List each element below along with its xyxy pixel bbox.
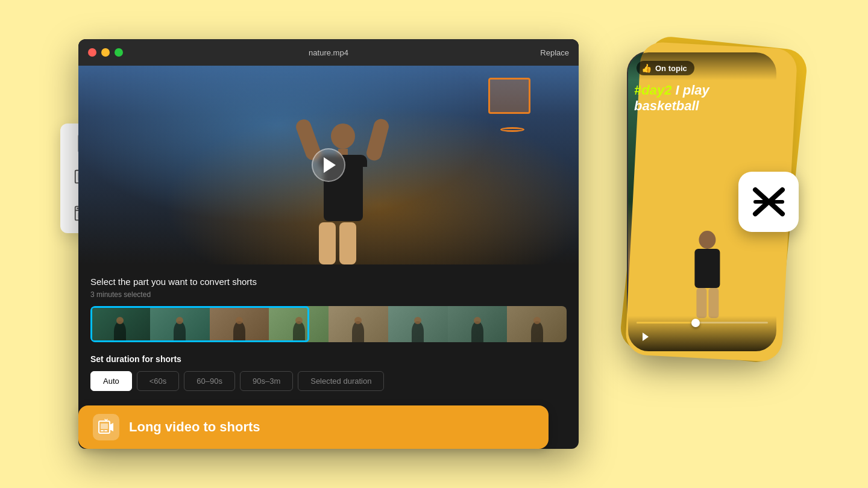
maximize-button[interactable]	[115, 48, 123, 57]
hoop-backboard	[488, 78, 530, 114]
timeline-frame-0	[90, 306, 150, 342]
duration-btn-90s-3m[interactable]: 90s–3m	[240, 371, 293, 391]
timeline-frame-4	[329, 306, 388, 342]
timeline-frame-7	[507, 306, 567, 342]
window-controls	[88, 48, 123, 57]
timeline-frame-1	[150, 306, 210, 342]
svg-rect-18	[101, 430, 104, 431]
mobile-progress-bar[interactable]	[637, 322, 768, 324]
duration-section-title: Set duration for shorts	[90, 354, 567, 364]
capcut-logo	[738, 172, 799, 232]
mobile-progress-thumb	[691, 319, 700, 327]
video-content-area: Select the part you want to convert shor…	[78, 264, 579, 401]
mobile-bottom-controls	[628, 316, 776, 351]
player-head	[331, 124, 355, 149]
timeline-strip[interactable]	[90, 306, 567, 342]
mobile-play-row	[637, 328, 768, 345]
basketball-hoop	[458, 78, 530, 126]
minimize-button[interactable]	[101, 48, 110, 57]
bottom-banner: Long video to shorts	[78, 405, 549, 449]
mobile-player-leg-right	[708, 288, 719, 318]
capcut-icon	[749, 183, 788, 222]
mobile-player-torso	[694, 249, 720, 288]
shorts-section-subtitle: 3 minutes selected	[90, 290, 567, 299]
duration-btn-selected[interactable]: Selected duration	[298, 371, 384, 391]
thumbs-up-icon: 👍	[641, 63, 652, 73]
window-titlebar: nature.mp4 Replace	[78, 39, 579, 66]
duration-btn-auto[interactable]: Auto	[90, 371, 132, 391]
mobile-overlay-top: 👍 On topic	[628, 52, 776, 80]
main-container: ✓ ✓	[42, 27, 826, 461]
video-area	[78, 66, 579, 264]
timeline-frame-5	[388, 306, 448, 342]
banner-text: Long video to shorts	[129, 419, 260, 435]
desktop-window: nature.mp4 Replace	[78, 39, 579, 449]
player-figure	[319, 124, 367, 264]
timeline-frame-2	[210, 306, 269, 342]
player-leg-right	[339, 222, 356, 264]
banner-icon	[93, 414, 119, 440]
filename-label: nature.mp4	[309, 48, 348, 57]
ontopic-text: On topic	[655, 64, 687, 73]
replace-button[interactable]: Replace	[540, 48, 569, 57]
svg-rect-19	[104, 430, 107, 431]
hashtag-day2: day2	[641, 83, 671, 98]
player-legs	[319, 222, 367, 264]
video-shorts-icon	[98, 419, 115, 436]
duration-btn-60s[interactable]: <60s	[137, 371, 180, 391]
mobile-player-head	[699, 231, 715, 249]
mobile-progress-fill	[637, 322, 696, 324]
duration-btn-60-90s[interactable]: 60–90s	[184, 371, 235, 391]
hoop-ring	[500, 127, 524, 132]
shorts-section-title: Select the part you want to convert shor…	[90, 277, 567, 287]
mobile-hashtag: #day2 I play basketball	[634, 83, 770, 114]
mobile-player-figure	[694, 231, 720, 318]
play-icon	[324, 157, 336, 173]
close-button[interactable]	[88, 48, 96, 57]
duration-buttons-group: Auto <60s 60–90s 90s–3m Selected duratio…	[90, 371, 567, 391]
timeline-frame-3	[269, 306, 329, 342]
svg-rect-17	[101, 424, 108, 429]
hashtag-hash: #	[634, 83, 641, 98]
mobile-player-legs	[694, 288, 720, 318]
mobile-player-leg-left	[696, 288, 706, 318]
ontopic-badge: 👍 On topic	[637, 61, 694, 75]
play-button[interactable]	[312, 148, 345, 182]
player-leg-left	[319, 222, 336, 264]
mobile-play-button[interactable]	[637, 328, 653, 345]
timeline-frame-6	[448, 306, 508, 342]
mobile-play-icon	[643, 333, 649, 341]
